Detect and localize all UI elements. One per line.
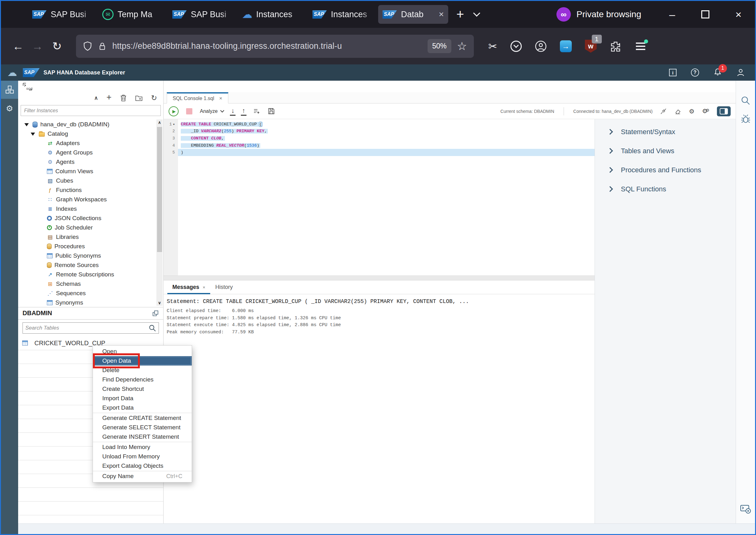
address-bar[interactable]: https://ebe89d8btrial.hana-tooling.ingre…	[76, 35, 474, 58]
debugger-bug-icon[interactable]	[741, 114, 751, 125]
forward-button[interactable]: →	[28, 37, 47, 56]
menu-hamburger-icon[interactable]	[634, 40, 647, 52]
search-icon[interactable]	[149, 324, 156, 332]
maximize-button[interactable]	[689, 1, 722, 28]
tree-item-hana-dev-db-dbadmin[interactable]: hana_dev_db (DBADMIN)	[18, 120, 163, 129]
screenshot-scissors-icon[interactable]: ✂	[488, 40, 497, 52]
tree-item-remote-sources[interactable]: Remote Sources	[18, 261, 163, 270]
preferences-gears-icon[interactable]: ⚙⚙	[702, 108, 710, 114]
scrollbar-thumb[interactable]	[157, 127, 162, 252]
browser-tab-instances[interactable]: ☁Instances	[238, 5, 308, 24]
messages-tab[interactable]: Messages ×	[167, 284, 210, 294]
open-in-new-icon[interactable]	[152, 310, 159, 317]
disconnect-icon[interactable]	[660, 108, 667, 115]
upload-icon[interactable]: ↑	[242, 107, 245, 116]
chevron-expanded-icon[interactable]	[31, 132, 35, 138]
user-icon[interactable]	[736, 68, 745, 77]
database-explorer-nav-item[interactable]	[1, 81, 18, 99]
browser-tab-sap-busi[interactable]: SAPSAP Busi	[168, 5, 238, 24]
settings-nav-item[interactable]: ⚙	[6, 104, 13, 114]
menu-item-export-catalog-objects[interactable]: Export Catalog Objects	[93, 461, 192, 470]
delete-trash-icon[interactable]	[120, 95, 127, 101]
download-icon[interactable]: ↓	[231, 107, 235, 116]
tree-item-procedures[interactable]: Procedures	[18, 242, 163, 251]
sql-console-run-icon[interactable]	[740, 504, 751, 515]
tree-item-adapters[interactable]: ⇄Adapters	[18, 138, 163, 148]
panel-splitter[interactable]	[163, 275, 595, 280]
filter-instances-input[interactable]	[21, 105, 161, 116]
extensions-puzzle-icon[interactable]	[610, 41, 621, 52]
menu-item-import-data[interactable]: Import Data	[93, 394, 192, 403]
stop-button[interactable]	[186, 108, 192, 114]
bookmark-star-icon[interactable]: ☆	[457, 40, 467, 53]
tree-scrollbar[interactable]: ∧ ∨	[157, 120, 163, 306]
menu-item-load-into-memory[interactable]: Load Into Memory	[93, 442, 192, 452]
reload-button[interactable]: ↻	[47, 37, 67, 56]
tree-item-schemas[interactable]: ⊞Schemas	[18, 279, 163, 289]
browser-tab-datab[interactable]: SAPDatab×	[378, 5, 448, 24]
menu-item-unload-from-memory[interactable]: Unload From Memory	[93, 452, 192, 461]
search-tool-icon[interactable]	[741, 96, 751, 106]
tree-item-agents[interactable]: ⚙Agents	[18, 157, 163, 167]
tree-item-graph-workspaces[interactable]: ∷Graph Workspaces	[18, 195, 163, 204]
analyze-dropdown[interactable]: Analyze	[200, 108, 224, 114]
history-tab[interactable]: History	[210, 284, 238, 294]
close-icon[interactable]: ×	[203, 285, 205, 290]
browser-tab-instances[interactable]: SAPInstances	[308, 5, 378, 24]
tree-item-remote-subscriptions[interactable]: ↗Remote Subscriptions	[18, 270, 163, 279]
zoom-level-badge[interactable]: 50%	[427, 39, 451, 53]
info-icon[interactable]: i	[669, 69, 677, 76]
format-code-icon[interactable]	[253, 108, 260, 115]
scroll-down-icon[interactable]: ∨	[158, 300, 161, 305]
sql-console-tab[interactable]: SQL Console 1.sql ×	[167, 92, 228, 103]
help-item-procedures-and-functions[interactable]: Procedures and Functions	[595, 160, 736, 180]
code-line[interactable]: CONTENT CLOB,	[181, 135, 595, 142]
refresh-icon[interactable]: ↻	[151, 94, 157, 102]
pocket-icon[interactable]	[510, 41, 522, 52]
code-line[interactable]: CREATE TABLE CRICKET_WORLD_CUP (	[181, 121, 595, 128]
new-folder-icon[interactable]	[135, 95, 143, 101]
code-line[interactable]: _ID VARCHAR2(255) PRIMARY KEY,	[181, 128, 595, 135]
browser-tab-temp-ma[interactable]: ✉Temp Ma	[98, 5, 168, 24]
menu-item-delete[interactable]: Delete	[93, 366, 192, 375]
help-item-sql-functions[interactable]: SQL Functions	[595, 180, 736, 199]
menu-item-generate-select-statement[interactable]: Generate SELECT Statement	[93, 423, 192, 432]
tree-item-catalog[interactable]: Catalog	[18, 129, 163, 138]
menu-item-copy-name[interactable]: Copy NameCtrl+C	[93, 471, 192, 481]
tree-item-functions[interactable]: ƒFunctions	[18, 185, 163, 195]
notifications-bell-icon[interactable]: 1	[713, 68, 722, 77]
cloud-code-icon[interactable]: ☁</>	[5, 68, 19, 77]
code-lines[interactable]: CREATE TABLE CRICKET_WORLD_CUP ( _ID VAR…	[178, 119, 595, 275]
run-button[interactable]: ▶	[169, 106, 179, 116]
open-sql-console-icon[interactable]: SQL	[22, 83, 33, 91]
tree-item-indexes[interactable]: ≣Indexes	[18, 204, 163, 213]
close-window-button[interactable]: ×	[722, 1, 755, 28]
collapse-all-icon[interactable]: ∧	[94, 95, 98, 101]
tree-item-agent-groups[interactable]: ⚙Agent Groups	[18, 148, 163, 157]
page-shortcut-icon[interactable]: →	[560, 40, 572, 52]
toggle-side-panel-button[interactable]	[717, 106, 731, 116]
search-tables-input[interactable]	[25, 325, 149, 331]
close-icon[interactable]: ×	[219, 95, 222, 101]
account-icon[interactable]	[535, 40, 547, 52]
menu-item-open-data[interactable]: Open Data	[93, 356, 192, 366]
menu-item-create-shortcut[interactable]: Create Shortcut	[93, 384, 192, 394]
lock-icon[interactable]	[98, 42, 107, 51]
wappalyzer-extension-icon[interactable]: w 1	[585, 40, 597, 53]
save-icon[interactable]	[268, 108, 275, 115]
menu-item-generate-create-statement[interactable]: Generate CREATE Statement	[93, 413, 192, 423]
menu-item-open[interactable]: Open	[93, 347, 192, 356]
tree-item-json-collections[interactable]: JSON Collections	[18, 213, 163, 223]
chevron-expanded-icon[interactable]	[24, 123, 29, 128]
tree-item-libraries[interactable]: ▤Libraries	[18, 232, 163, 242]
menu-item-generate-insert-statement[interactable]: Generate INSERT Statement	[93, 432, 192, 441]
menu-item-export-data[interactable]: Export Data	[93, 403, 192, 412]
help-icon[interactable]: ?	[691, 69, 699, 77]
help-item-statement-syntax[interactable]: Statement/Syntax	[595, 122, 736, 141]
tree-item-column-views[interactable]: Column Views	[18, 167, 163, 176]
scroll-up-icon[interactable]: ∧	[158, 120, 161, 125]
list-all-tabs-button[interactable]	[467, 5, 486, 24]
eraser-icon[interactable]	[674, 108, 681, 115]
url-text[interactable]: https://ebe89d8btrial.hana-tooling.ingre…	[112, 41, 422, 51]
close-icon[interactable]: ×	[439, 9, 444, 19]
